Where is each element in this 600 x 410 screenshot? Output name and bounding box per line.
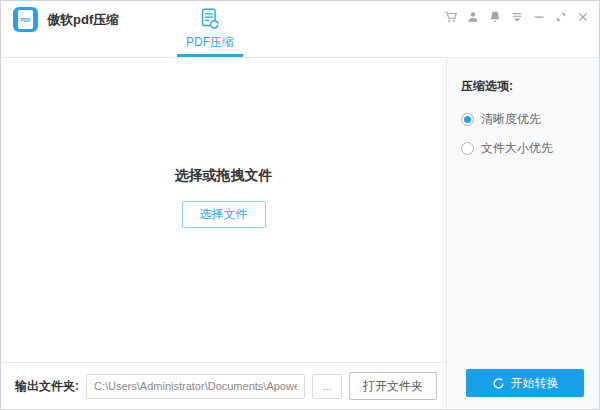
open-folder-button[interactable]: 打开文件夹 [349, 372, 437, 400]
bell-icon[interactable] [487, 9, 502, 24]
tab-label: PDF压缩 [177, 34, 243, 51]
options-title: 压缩选项: [461, 78, 587, 95]
drop-zone-title: 选择或拖拽文件 [175, 167, 273, 185]
close-icon[interactable] [575, 9, 590, 24]
option-filesize-priority[interactable]: 文件大小优先 [461, 140, 587, 157]
options-panel: 压缩选项: 清晰度优先 文件大小优先 开始转换 [446, 58, 599, 409]
output-folder-label: 输出文件夹: [15, 378, 79, 395]
option-clarity-priority[interactable]: 清晰度优先 [461, 111, 587, 128]
minimize-icon[interactable] [531, 9, 546, 24]
title-bar: PDF 傲软pdf压缩 PDF压缩 [1, 1, 599, 58]
user-icon[interactable] [465, 9, 480, 24]
menu-icon[interactable] [509, 9, 524, 24]
options-group: 压缩选项: 清晰度优先 文件大小优先 [461, 78, 587, 169]
browse-button[interactable]: ... [312, 374, 342, 399]
output-folder-bar: 输出文件夹: ... 打开文件夹 [1, 362, 446, 409]
main-column: 选择或拖拽文件 选择文件 输出文件夹: ... 打开文件夹 [1, 58, 446, 409]
maximize-icon[interactable] [553, 9, 568, 24]
option-label: 文件大小优先 [481, 140, 553, 157]
app-window: PDF 傲软pdf压缩 PDF压缩 [0, 0, 600, 410]
cart-icon[interactable] [443, 9, 458, 24]
radio-selected-icon[interactable] [461, 113, 474, 126]
app-logo-icon: PDF [13, 7, 38, 32]
content-area: 选择或拖拽文件 选择文件 输出文件夹: ... 打开文件夹 压缩选项: 清晰度优… [1, 58, 599, 409]
start-convert-label: 开始转换 [511, 375, 559, 392]
start-convert-button[interactable]: 开始转换 [466, 369, 584, 397]
app-brand: PDF 傲软pdf压缩 [13, 7, 119, 32]
convert-arrow-icon [492, 377, 505, 390]
window-toolbar [443, 9, 590, 24]
option-label: 清晰度优先 [481, 111, 541, 128]
pdf-compress-icon [197, 6, 223, 32]
app-title: 傲软pdf压缩 [47, 11, 119, 29]
tab-pdf-compress[interactable]: PDF压缩 [177, 6, 243, 51]
file-drop-zone[interactable]: 选择或拖拽文件 选择文件 [1, 58, 446, 362]
output-path-input[interactable] [86, 374, 305, 399]
select-file-button[interactable]: 选择文件 [182, 201, 266, 228]
app-logo-pdf-text: PDF [18, 10, 33, 29]
radio-unselected-icon[interactable] [461, 142, 474, 155]
active-tab-underline [177, 54, 243, 57]
